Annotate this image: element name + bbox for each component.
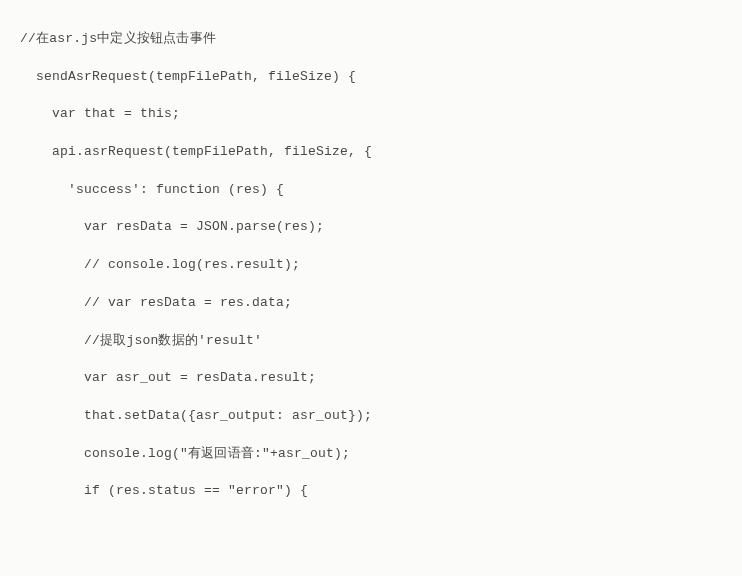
code-line: //提取json数据的'result' <box>20 322 722 360</box>
code-line: //在asr.js中定义按钮点击事件 <box>20 20 722 58</box>
code-line: sendAsrRequest(tempFilePath, fileSize) { <box>20 58 722 96</box>
code-line: 'success': function (res) { <box>20 171 722 209</box>
code-line: if (res.status == "error") { <box>20 472 722 510</box>
code-line: var resData = JSON.parse(res); <box>20 208 722 246</box>
code-line: that.setData({asr_output: asr_out}); <box>20 397 722 435</box>
code-block: //在asr.js中定义按钮点击事件 sendAsrRequest(tempFi… <box>20 20 722 510</box>
code-line: // console.log(res.result); <box>20 246 722 284</box>
code-line: var asr_out = resData.result; <box>20 359 722 397</box>
code-line: api.asrRequest(tempFilePath, fileSize, { <box>20 133 722 171</box>
code-line: var that = this; <box>20 95 722 133</box>
code-line: // var resData = res.data; <box>20 284 722 322</box>
code-line: console.log("有返回语音:"+asr_out); <box>20 435 722 473</box>
